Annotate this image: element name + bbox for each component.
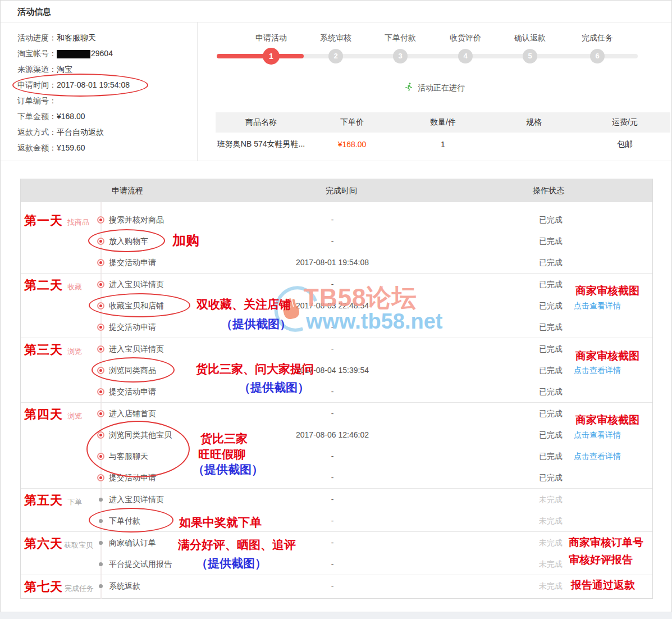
day-group-4: 第四天浏览 进入店铺首页-已完成 浏览同类其他宝贝2017-08-06 12:4…	[21, 402, 652, 488]
day-group-2: 第二天收藏 进入宝贝详情页-已完成 收藏宝贝和店铺2017-08-03 22:4…	[21, 273, 652, 338]
view-details-link[interactable]: 点击查看详情	[574, 445, 621, 467]
flow-step-row: 搜索并核对商品-已完成	[21, 209, 652, 230]
divider	[197, 22, 198, 161]
divider	[1, 22, 671, 22]
flow-step-row: 商家确认订单-未完成	[21, 532, 652, 553]
product-qty: 1	[397, 140, 488, 149]
status-badge: 未完成	[539, 489, 563, 510]
stepper-progress	[217, 54, 304, 58]
status-badge: 已完成	[539, 403, 563, 424]
product-price: ¥168.00	[307, 140, 397, 149]
step-bullet-done-icon	[97, 259, 104, 266]
step-circle-4: 4	[458, 49, 473, 63]
step-bullet-done-icon	[97, 281, 104, 288]
flow-step-row: 收藏宝贝和店铺2017-08-03 22:48:54已完成点击查看详情	[21, 295, 652, 316]
step-bullet-done-icon	[97, 238, 104, 245]
flow-step-row: 平台提交试用报告-未完成	[21, 553, 652, 575]
day-group-5: 第五天下单 进入宝贝详情页-未完成 下单付款-未完成	[21, 488, 652, 531]
flow-step-row: 进入宝贝详情页-未完成	[21, 489, 652, 510]
step-bullet-todo-icon	[99, 498, 103, 502]
step-bullet-done-icon	[97, 367, 104, 374]
flow-table: 申请流程 完成时间 操作状态 第一天找商品 搜索并核对商品-已完成 放入购物车-…	[20, 179, 653, 599]
day-group-6: 第六天获取宝贝 商家确认订单-未完成 平台提交试用报告-未完成	[21, 531, 652, 575]
step-circle-6: 6	[590, 49, 605, 63]
step-bullet-done-icon	[97, 388, 104, 395]
info-row-apply-time: 申请时间：2017-08-01 19:54:08	[17, 77, 191, 93]
view-details-link[interactable]: 点击查看详情	[574, 359, 621, 381]
status-badge: 未完成	[539, 510, 563, 531]
status-badge: 已完成	[539, 316, 563, 338]
step-bullet-done-icon	[97, 453, 104, 460]
page-title: 活动信息	[17, 7, 51, 17]
product-table-row: 班努奥NB 574女鞋男鞋... ¥168.00 1 包邮	[216, 134, 670, 154]
step-circle-1: 1	[263, 48, 280, 65]
flow-step-row: 系统返款-未完成	[21, 575, 652, 597]
divider	[1, 161, 671, 161]
flow-step-row: 提交活动申请-已完成	[21, 467, 652, 488]
step-bullet-done-icon	[97, 474, 104, 481]
runner-icon	[404, 82, 414, 94]
product-shipping: 包邮	[579, 139, 670, 149]
step-bullet-done-icon	[97, 324, 104, 331]
info-row-order-amount: 下单金额：¥168.00	[17, 108, 191, 124]
flow-step-row: 进入宝贝详情页-已完成	[21, 274, 652, 295]
status-badge: 已完成	[539, 338, 563, 359]
status-badge: 已完成	[539, 252, 563, 273]
step-circle-5: 5	[523, 49, 537, 63]
status-badge: 已完成	[539, 209, 563, 230]
step-bullet-todo-icon	[99, 541, 103, 545]
flow-step-row: 浏览同类商品2017-08-04 15:39:54已完成点击查看详情	[21, 359, 652, 381]
info-row-refund-amount: 返款金额：¥159.60	[17, 140, 191, 156]
step-circle-3: 3	[393, 49, 408, 63]
status-badge: 已完成	[539, 230, 563, 252]
step-bullet-done-icon	[97, 410, 104, 417]
status-badge: 已完成	[539, 359, 563, 381]
status-badge: 已完成	[539, 424, 563, 445]
step-bullet-done-icon	[97, 216, 104, 224]
status-badge: 未完成	[539, 532, 563, 553]
flow-step-row: 提交活动申请-已完成	[21, 316, 652, 338]
status-badge: 未完成	[539, 575, 563, 597]
info-row-refund-method: 返款方式：平台自动返款	[17, 124, 191, 140]
day-group-1: 第一天找商品 搜索并核对商品-已完成 放入购物车-已完成 提交活动申请2017-…	[21, 202, 652, 273]
status-badge: 已完成	[539, 381, 563, 402]
step-label-1: 申请活动	[237, 33, 305, 43]
step-bullet-todo-icon	[99, 562, 103, 566]
view-details-link[interactable]: 点击查看详情	[574, 424, 621, 445]
step-label-3: 下单付款	[367, 33, 434, 43]
step-bullet-done-icon	[97, 345, 104, 353]
info-row-channel: 来源渠道：淘宝	[17, 61, 191, 77]
info-row-order-no: 订单编号：	[17, 93, 191, 108]
step-bullet-done-icon	[97, 302, 104, 310]
step-bullet-done-icon	[97, 431, 104, 439]
step-bullet-todo-icon	[99, 584, 103, 588]
flow-table-header: 申请流程 完成时间 操作状态	[21, 179, 652, 202]
view-details-link[interactable]: 点击查看详情	[574, 295, 621, 316]
day-group-3: 第三天浏览 进入宝贝详情页-已完成 浏览同类商品2017-08-04 15:39…	[21, 338, 652, 402]
status-badge: 未完成	[539, 553, 563, 575]
flow-step-row: 进入宝贝详情页-已完成	[21, 338, 652, 359]
info-row-progress: 活动进度：和客服聊天	[17, 30, 191, 45]
activity-info-panel: 活动进度：和客服聊天 淘宝帐号：29604 来源渠道：淘宝 申请时间：2017-…	[17, 30, 191, 156]
redaction-bar	[57, 50, 90, 58]
product-table-header: 商品名称 下单价 数量/件 规格 运费/元	[216, 112, 670, 133]
status-badge: 已完成	[539, 445, 563, 467]
step-label-2: 系统审核	[302, 33, 369, 43]
status-badge: 已完成	[539, 295, 563, 316]
step-label-5: 确认返款	[496, 33, 564, 43]
step-circle-2: 2	[328, 49, 343, 63]
flow-step-row: 浏览同类其他宝贝2017-08-06 12:46:02已完成点击查看详情	[21, 424, 652, 445]
flow-step-row: 与客服聊天-已完成点击查看详情	[21, 445, 652, 467]
product-name: 班努奥NB 574女鞋男鞋...	[216, 139, 307, 149]
flow-step-row: 提交活动申请-已完成	[21, 381, 652, 402]
status-badge: 已完成	[539, 274, 563, 295]
flow-step-row: 放入购物车-已完成	[21, 230, 652, 252]
step-label-4: 收货评价	[432, 33, 499, 43]
info-row-account: 淘宝帐号：29604	[17, 45, 191, 61]
flow-step-row: 进入店铺首页-已完成	[21, 403, 652, 424]
step-bullet-todo-icon	[99, 519, 103, 523]
activity-info-page: 活动信息 活动进度：和客服聊天 淘宝帐号：29604 来源渠道：淘宝 申请时间：…	[0, 0, 672, 612]
flow-step-row: 下单付款-未完成	[21, 510, 652, 531]
flow-step-row: 提交活动申请2017-08-01 19:54:08已完成	[21, 252, 652, 273]
status-badge: 已完成	[539, 467, 563, 488]
